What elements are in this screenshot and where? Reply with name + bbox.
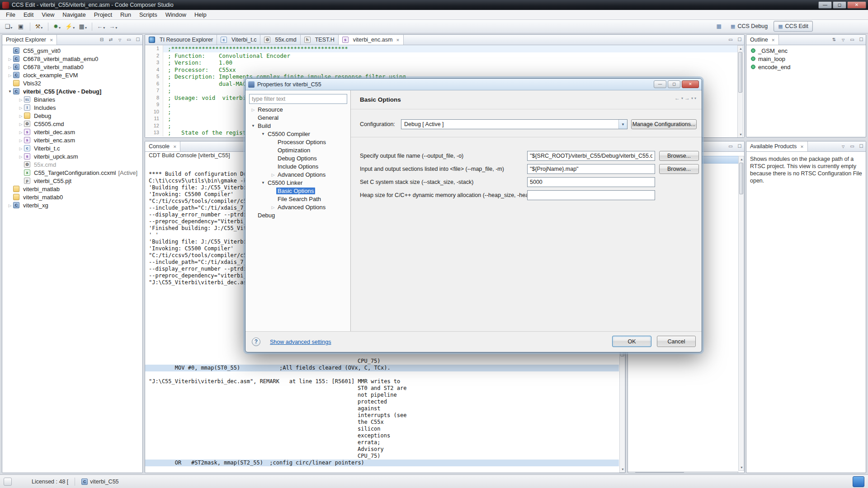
tree-item[interactable]: C5505.cmd [2, 120, 142, 128]
chevron-down-icon[interactable] [103, 23, 105, 31]
editor-tab[interactable]: viterbi_enc.asm [339, 35, 404, 45]
minimize-view-icon[interactable] [125, 36, 133, 43]
tree-item[interactable]: viterbi_dec.asm [2, 128, 142, 136]
toolbar-button[interactable]: ⚡ [63, 21, 76, 32]
tree-item[interactable]: C6678_viterbi_matlab_emu0 [2, 55, 142, 63]
editor-tab[interactable]: TEST.H [301, 35, 339, 45]
tree-item[interactable]: viterbi_upck.asm [2, 152, 142, 160]
view-menu-icon[interactable]: ▾ [694, 96, 696, 100]
tree-item[interactable]: Debug [2, 112, 142, 120]
toolbar-button[interactable] [28, 21, 32, 32]
tree-item[interactable]: viterbi_C55.pjt [2, 177, 142, 185]
expand-arrow-icon[interactable] [7, 87, 13, 96]
manage-configurations-button[interactable]: Manage Configurations... [631, 119, 697, 129]
field-input[interactable] [527, 151, 655, 161]
expand-arrow-icon[interactable] [18, 152, 24, 161]
outline-item[interactable]: _GSM_enc [746, 47, 866, 55]
menu-item[interactable]: Edit [19, 10, 38, 19]
perspective-button[interactable]: CCS Debug [726, 21, 772, 32]
tree-item[interactable]: Binaries [2, 95, 142, 103]
menu-item[interactable]: Window [161, 10, 190, 19]
sort-icon[interactable] [830, 36, 838, 43]
chevron-down-icon[interactable] [115, 23, 117, 31]
link-with-editor-icon[interactable] [107, 36, 115, 43]
tree-item[interactable]: Build [245, 122, 350, 130]
dialog-maximize-button[interactable]: ◻ [668, 80, 680, 88]
editor-vertical-scrollbar[interactable]: ▲ ▼ [737, 45, 743, 138]
expand-arrow-icon[interactable] [250, 105, 256, 114]
chevron-down-icon[interactable] [85, 23, 87, 31]
tree-item[interactable]: Includes [2, 103, 142, 112]
tab-available-products[interactable]: Available Products [746, 141, 808, 151]
fast-view-icon[interactable] [4, 478, 12, 486]
tree-item[interactable]: 55x.cmd [2, 160, 142, 169]
tree-item[interactable]: Viterbi_t.c [2, 144, 142, 152]
expand-arrow-icon[interactable] [7, 55, 13, 63]
expand-arrow-icon[interactable] [260, 129, 266, 138]
tree-item[interactable]: Debug Options [245, 154, 350, 162]
tree-item[interactable]: Include Options [245, 162, 350, 170]
minimize-view-icon[interactable] [726, 36, 735, 43]
expand-arrow-icon[interactable] [18, 120, 24, 128]
outline-item[interactable]: encode_end [746, 63, 866, 71]
expand-arrow-icon[interactable] [18, 144, 24, 153]
scroll-down-icon[interactable]: ▼ [620, 466, 625, 472]
chevron-down-icon[interactable] [73, 23, 75, 31]
chevron-down-icon[interactable] [10, 23, 12, 31]
expand-arrow-icon[interactable] [7, 71, 13, 80]
outline-item[interactable]: main_loop [746, 55, 866, 63]
expand-arrow-icon[interactable] [270, 203, 276, 211]
tree-item[interactable]: Debug [245, 211, 350, 219]
tree-item[interactable]: File Search Path [245, 195, 350, 203]
editor-tab[interactable]: Viterbi_t.c [217, 35, 260, 45]
window-close-button[interactable]: ✕ [847, 1, 866, 9]
menu-item[interactable]: Scripts [135, 10, 161, 19]
open-perspective-button[interactable]: ▦ [713, 21, 725, 32]
toolbar-button[interactable]: ← [95, 21, 107, 32]
dialog-close-button[interactable]: ✕ [682, 80, 699, 88]
expand-arrow-icon[interactable] [18, 136, 24, 145]
scroll-up-icon[interactable]: ▲ [738, 46, 744, 52]
expand-arrow-icon[interactable] [18, 128, 24, 136]
cancel-button[interactable]: Cancel [657, 336, 696, 347]
toolbar-button[interactable]: ❏ [3, 21, 14, 32]
toolbar-button[interactable]: ▦ [77, 21, 89, 32]
close-icon[interactable] [770, 37, 775, 43]
vertical-scrollbar[interactable]: ▲ ▼ [738, 156, 744, 471]
configuration-select[interactable]: Debug [ Active ] ▼ [401, 119, 627, 129]
expand-arrow-icon[interactable] [250, 121, 256, 130]
close-icon[interactable] [799, 143, 804, 150]
scroll-down-icon[interactable]: ▼ [739, 465, 745, 470]
chevron-down-icon[interactable]: ▾ [681, 96, 683, 100]
collapse-all-icon[interactable] [98, 36, 106, 43]
field-input[interactable] [527, 190, 655, 200]
window-titlebar[interactable]: CCS Edit - viterbi_C55/viterbi_enc.asm -… [0, 0, 868, 10]
tree-item[interactable]: Processor Options [245, 138, 350, 146]
menu-item[interactable]: Run [116, 10, 135, 19]
browse-button[interactable]: Browse... [659, 164, 699, 174]
minimize-view-icon[interactable] [726, 143, 735, 150]
maximize-view-icon[interactable] [736, 143, 744, 150]
dialog-titlebar[interactable]: Properties for viterbi_C55 — ◻ ✕ [245, 79, 702, 90]
tree-item[interactable]: viterbi_xg [2, 201, 142, 209]
tree-item[interactable]: viterbi_matlab0 [2, 193, 142, 201]
perspective-button[interactable]: CCS Edit [774, 21, 813, 32]
close-icon[interactable] [395, 37, 400, 43]
view-menu-icon[interactable] [839, 143, 847, 150]
maximize-view-icon[interactable] [134, 36, 142, 43]
tree-item[interactable]: Vbis32 [2, 79, 142, 87]
show-advanced-settings-link[interactable]: Show advanced settings [270, 339, 331, 345]
tree-item[interactable]: Resource [245, 105, 350, 113]
tab-outline[interactable]: Outline [746, 35, 779, 45]
expand-arrow-icon[interactable] [7, 63, 13, 71]
forward-icon[interactable]: → [684, 95, 690, 101]
view-menu-icon[interactable] [116, 36, 124, 43]
toolbar-button[interactable]: ▣ [15, 21, 27, 32]
toolbar-button[interactable]: ✹ [51, 21, 63, 32]
view-menu-icon[interactable] [839, 36, 847, 43]
menu-item[interactable]: Navigate [58, 10, 90, 19]
back-icon[interactable]: ← [675, 95, 680, 101]
minimize-view-icon[interactable] [848, 36, 856, 43]
scrollbar-thumb[interactable] [635, 472, 684, 473]
menu-item[interactable]: Project [90, 10, 116, 19]
